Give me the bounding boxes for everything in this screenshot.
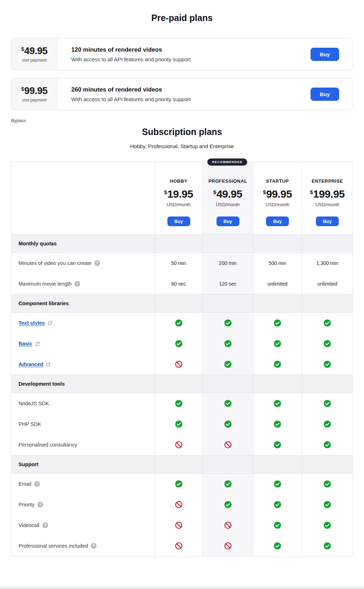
- section-spacer-cell: [202, 235, 253, 252]
- prohibited-icon: [224, 521, 232, 529]
- table-corner-cell: [11, 162, 155, 234]
- help-icon[interactable]: ?: [37, 502, 43, 507]
- feature-label-cell: Advanced: [11, 354, 155, 375]
- feature-value-cell: [202, 494, 253, 515]
- currency-symbol: $: [164, 189, 167, 195]
- feature-value-cell: [302, 414, 353, 434]
- section-spacer-cell: [155, 375, 202, 393]
- section-spacer-cell: [202, 455, 253, 473]
- feature-value-cell: [155, 515, 202, 536]
- section-spacer-cell: [155, 294, 202, 312]
- section-spacer-cell: [302, 294, 353, 312]
- feature-value-cell: 1,300 min: [302, 253, 353, 273]
- prepaid-price: $99.95: [21, 85, 47, 97]
- prepaid-section: Pre-paid plans $49.95 one payment 120 mi…: [11, 13, 353, 123]
- feature-row: Professional services included?: [11, 536, 353, 556]
- section-spacer-cell: [302, 375, 353, 393]
- check-icon: [323, 420, 331, 428]
- help-icon[interactable]: ?: [74, 281, 80, 287]
- feature-value-cell: [302, 536, 353, 556]
- feature-label-cell: Text styles: [11, 313, 155, 333]
- check-icon: [224, 501, 232, 509]
- check-icon: [224, 420, 232, 428]
- price-amount: 99.95: [24, 85, 47, 96]
- feature-value: 50 min: [171, 260, 186, 266]
- section-spacer-cell: [253, 235, 302, 252]
- help-icon[interactable]: ?: [94, 260, 100, 266]
- check-icon: [274, 360, 281, 368]
- feature-value-cell: [155, 474, 202, 494]
- feature-link[interactable]: Advanced: [19, 361, 43, 367]
- check-icon: [175, 480, 183, 488]
- feature-label-cell: NodeJS SDK: [11, 393, 155, 414]
- plan-column-professional: PROFESSIONAL$49.95USD/monthBuy: [202, 162, 253, 234]
- feature-value-cell: [253, 434, 302, 455]
- feature-label-cell: Email?: [11, 474, 155, 494]
- feature-value-cell: 50 min: [155, 253, 202, 273]
- prohibited-icon: [224, 441, 232, 449]
- feature-value: 200 min: [219, 260, 237, 266]
- plan-price: $19.95: [164, 188, 193, 200]
- feature-value-cell: [253, 393, 302, 414]
- feature-label-cell: PHP SDK: [11, 414, 155, 434]
- section-spacer-cell: [253, 294, 302, 312]
- check-icon: [175, 420, 183, 428]
- prepaid-card: $49.95 one payment 120 minutes of render…: [11, 38, 353, 70]
- section-spacer-cell: [155, 455, 202, 473]
- plans-table-body: Monthly quotasMinutes of video you can c…: [11, 234, 353, 556]
- section-spacer-cell: [202, 294, 253, 312]
- feature-value-cell: 120 sec: [202, 273, 253, 294]
- feature-value-cell: [302, 434, 353, 455]
- feature-row: Email?: [11, 474, 353, 494]
- help-icon[interactable]: ?: [34, 481, 40, 487]
- feature-value-cell: [302, 515, 353, 536]
- plan-buy-button[interactable]: Buy: [217, 217, 239, 226]
- section-label: Development tools: [11, 381, 65, 387]
- prepaid-payment-term: one payment: [22, 98, 47, 103]
- section-spacer-cell: [253, 375, 302, 393]
- feature-value-cell: [202, 333, 253, 354]
- feature-label-cell: Basic: [11, 333, 155, 354]
- feature-label: Professional services included: [19, 543, 88, 549]
- plan-name: ENTERPRISE: [312, 178, 343, 184]
- plan-buy-button[interactable]: Buy: [316, 217, 339, 226]
- plans-table-wrap: RECOMMENDED HOBBY$19.95USD/monthBuyPROFE…: [11, 162, 353, 582]
- plan-column-enterprise: ENTERPRISE$199.95USD/monthBuy: [302, 162, 353, 234]
- prepaid-card-description: With access to all API features and prio…: [71, 96, 311, 102]
- help-icon[interactable]: ?: [42, 522, 48, 528]
- feature-value-cell: [155, 434, 202, 455]
- feature-link[interactable]: Text styles: [19, 320, 45, 326]
- prepaid-buy-button[interactable]: Buy: [311, 88, 339, 101]
- feature-row: PHP SDK: [11, 414, 353, 434]
- section-spacer-cell: [302, 455, 353, 473]
- check-icon: [274, 400, 281, 407]
- subscription-title: Subscription plans: [11, 127, 353, 137]
- feature-value-cell: [253, 494, 302, 515]
- feature-value-cell: [253, 354, 302, 375]
- feature-value: unlimited: [317, 281, 337, 287]
- check-icon: [274, 542, 281, 550]
- feature-label-cell: Videocall?: [11, 515, 155, 536]
- section-spacer-cell: [155, 235, 202, 252]
- feature-value-cell: [253, 474, 302, 494]
- bypass-label: Bypass: [11, 118, 353, 123]
- currency-symbol: $: [263, 189, 266, 195]
- prepaid-title: Pre-paid plans: [11, 13, 353, 23]
- currency-symbol: $: [310, 189, 313, 195]
- feature-link[interactable]: Basic: [19, 341, 32, 346]
- plan-buy-button[interactable]: Buy: [266, 217, 289, 226]
- feature-value-cell: [155, 313, 202, 333]
- feature-value-cell: [253, 536, 302, 556]
- prohibited-icon: [175, 360, 183, 368]
- feature-value-cell: [202, 536, 253, 556]
- plans-table: HOBBY$19.95USD/monthBuyPROFESSIONAL$49.9…: [11, 162, 353, 557]
- plan-buy-button[interactable]: Buy: [167, 217, 190, 226]
- prepaid-buy-button[interactable]: Buy: [311, 48, 339, 61]
- feature-label: Maximum movie length: [19, 281, 72, 287]
- help-icon[interactable]: ?: [91, 543, 97, 549]
- prepaid-card-description: With access to all API features and prio…: [71, 56, 311, 62]
- external-link-icon: [46, 362, 51, 367]
- section-spacer-cell: [253, 455, 302, 473]
- section-label-cell: Monthly quotas: [11, 235, 155, 252]
- section-label: Monthly quotas: [11, 241, 57, 246]
